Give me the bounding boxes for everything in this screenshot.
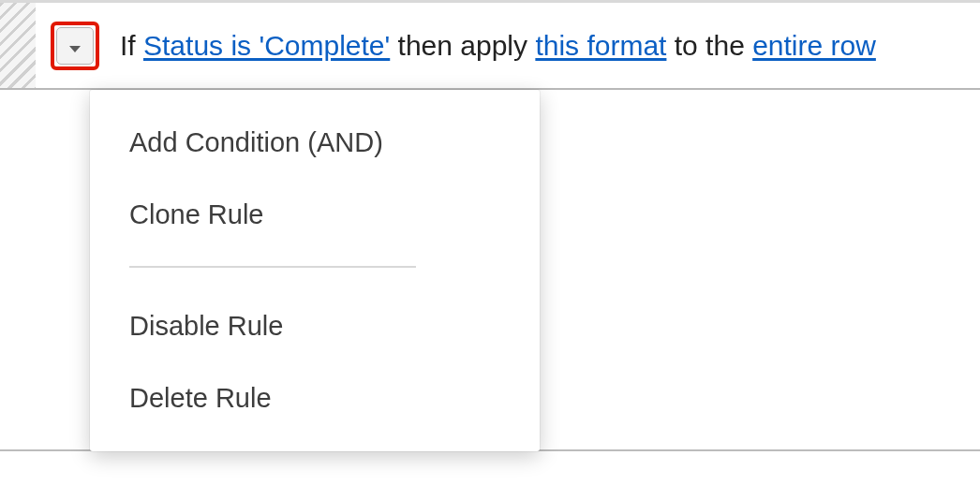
rule-text-if: If (120, 30, 143, 61)
menu-item-disable-rule[interactable]: Disable Rule (90, 290, 540, 362)
menu-item-clone-rule[interactable]: Clone Rule (90, 179, 540, 251)
rule-context-menu: Add Condition (AND) Clone Rule Disable R… (90, 90, 540, 451)
format-link[interactable]: this format (535, 30, 666, 61)
menu-item-add-condition[interactable]: Add Condition (AND) (90, 107, 540, 179)
menu-separator (129, 266, 416, 268)
highlighted-dropdown-wrap (51, 22, 99, 70)
condition-link[interactable]: Status is 'Complete' (143, 30, 390, 61)
rule-text-to: to the (666, 30, 752, 61)
rule-menu-dropdown-button[interactable] (56, 27, 94, 65)
rule-text-then: then apply (390, 30, 535, 61)
drag-handle-hatch[interactable] (0, 3, 36, 88)
rule-row: If Status is 'Complete' then apply this … (0, 0, 980, 90)
rule-sentence: If Status is 'Complete' then apply this … (120, 30, 876, 62)
caret-down-icon (68, 31, 82, 61)
menu-item-delete-rule[interactable]: Delete Rule (90, 362, 540, 434)
scope-link[interactable]: entire row (752, 30, 876, 61)
